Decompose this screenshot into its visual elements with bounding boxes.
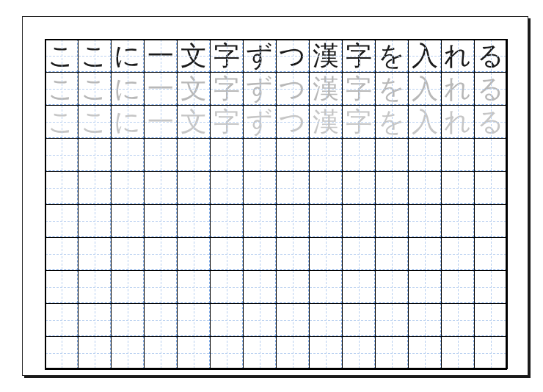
grid-cell bbox=[210, 270, 243, 303]
grid-cell bbox=[441, 171, 474, 204]
grid-cell bbox=[210, 204, 243, 237]
grid-cell bbox=[309, 303, 342, 336]
grid-cell bbox=[309, 204, 342, 237]
grid-cell bbox=[210, 336, 243, 369]
grid-cell: れ bbox=[441, 72, 474, 105]
grid-cell: る bbox=[474, 72, 507, 105]
grid-cell bbox=[408, 336, 441, 369]
grid-cell: こ bbox=[45, 105, 78, 138]
practice-sheet: ここに一文字ずつ漢字を入れるここに一文字ずつ漢字を入れるここに一文字ずつ漢字を入… bbox=[45, 39, 507, 369]
grid-cell bbox=[45, 171, 78, 204]
grid-cell: れ bbox=[441, 39, 474, 72]
grid-cell: 字 bbox=[342, 72, 375, 105]
grid-cell bbox=[474, 336, 507, 369]
grid-cell bbox=[276, 171, 309, 204]
grid-cell: 漢 bbox=[309, 105, 342, 138]
grid-cell bbox=[144, 270, 177, 303]
grid-cell bbox=[177, 138, 210, 171]
grid-cell: ず bbox=[243, 39, 276, 72]
grid-cell bbox=[78, 303, 111, 336]
grid-cell bbox=[276, 138, 309, 171]
grid-cell bbox=[375, 204, 408, 237]
grid-cell bbox=[408, 303, 441, 336]
grid-cell bbox=[78, 138, 111, 171]
grid-cell bbox=[243, 204, 276, 237]
grid-cell bbox=[45, 237, 78, 270]
grid-cell bbox=[309, 270, 342, 303]
grid-cell bbox=[375, 336, 408, 369]
grid-cell bbox=[474, 138, 507, 171]
grid-cell bbox=[441, 138, 474, 171]
grid-cell bbox=[309, 237, 342, 270]
grid-cell bbox=[342, 303, 375, 336]
grid-cell: ず bbox=[243, 105, 276, 138]
grid-cell bbox=[408, 270, 441, 303]
grid-cell bbox=[375, 303, 408, 336]
grid-cell: 字 bbox=[210, 105, 243, 138]
grid-cell bbox=[111, 303, 144, 336]
grid-cell bbox=[144, 138, 177, 171]
grid-cell: 字 bbox=[210, 39, 243, 72]
grid-cell: こ bbox=[78, 39, 111, 72]
grid-cell bbox=[111, 204, 144, 237]
grid-cell: こ bbox=[45, 72, 78, 105]
grid-cell bbox=[144, 336, 177, 369]
grid-cell bbox=[78, 171, 111, 204]
grid-cell bbox=[342, 171, 375, 204]
grid-cell bbox=[243, 237, 276, 270]
grid-cell: れ bbox=[441, 105, 474, 138]
grid-cell: 一 bbox=[144, 39, 177, 72]
grid-cell bbox=[45, 138, 78, 171]
grid-cell bbox=[177, 237, 210, 270]
grid-cell bbox=[375, 138, 408, 171]
grid-cell bbox=[375, 171, 408, 204]
grid-cell bbox=[111, 237, 144, 270]
grid-cell bbox=[45, 303, 78, 336]
grid-cell bbox=[309, 138, 342, 171]
grid-cell: つ bbox=[276, 105, 309, 138]
grid-cell bbox=[144, 171, 177, 204]
grid-cell bbox=[276, 270, 309, 303]
grid-cell bbox=[45, 204, 78, 237]
grid-cell bbox=[210, 237, 243, 270]
grid-cell bbox=[144, 303, 177, 336]
grid-cell bbox=[474, 237, 507, 270]
grid-cell: 入 bbox=[408, 39, 441, 72]
grid-cell bbox=[243, 138, 276, 171]
grid-cell bbox=[441, 237, 474, 270]
grid-cell bbox=[276, 204, 309, 237]
grid-cell: 入 bbox=[408, 105, 441, 138]
grid-cell bbox=[408, 237, 441, 270]
grid-cell bbox=[111, 336, 144, 369]
grid-cell bbox=[276, 336, 309, 369]
grid-cell bbox=[111, 270, 144, 303]
grid-cell bbox=[144, 204, 177, 237]
grid-cell: に bbox=[111, 72, 144, 105]
grid-cell: る bbox=[474, 39, 507, 72]
grid-cell bbox=[474, 303, 507, 336]
grid-cell: こ bbox=[45, 39, 78, 72]
grid-cell bbox=[309, 171, 342, 204]
grid-cell bbox=[78, 237, 111, 270]
grid-cell bbox=[177, 171, 210, 204]
grid-cell: 文 bbox=[177, 39, 210, 72]
grid-cell: に bbox=[111, 105, 144, 138]
grid-cell bbox=[78, 270, 111, 303]
grid-cell bbox=[342, 138, 375, 171]
grid-cell bbox=[210, 303, 243, 336]
grid-cell: 一 bbox=[144, 105, 177, 138]
grid-cell: 漢 bbox=[309, 72, 342, 105]
grid-cell: を bbox=[375, 105, 408, 138]
grid-cell: つ bbox=[276, 72, 309, 105]
grid-cell: つ bbox=[276, 39, 309, 72]
grid-cell bbox=[408, 138, 441, 171]
grid-cell bbox=[441, 270, 474, 303]
grid-cell bbox=[408, 171, 441, 204]
grid-cell bbox=[111, 138, 144, 171]
grid-cell: 入 bbox=[408, 72, 441, 105]
grid-cell bbox=[276, 303, 309, 336]
grid-cell bbox=[375, 270, 408, 303]
grid-cell bbox=[441, 303, 474, 336]
grid-cell bbox=[243, 336, 276, 369]
grid-cell bbox=[441, 204, 474, 237]
